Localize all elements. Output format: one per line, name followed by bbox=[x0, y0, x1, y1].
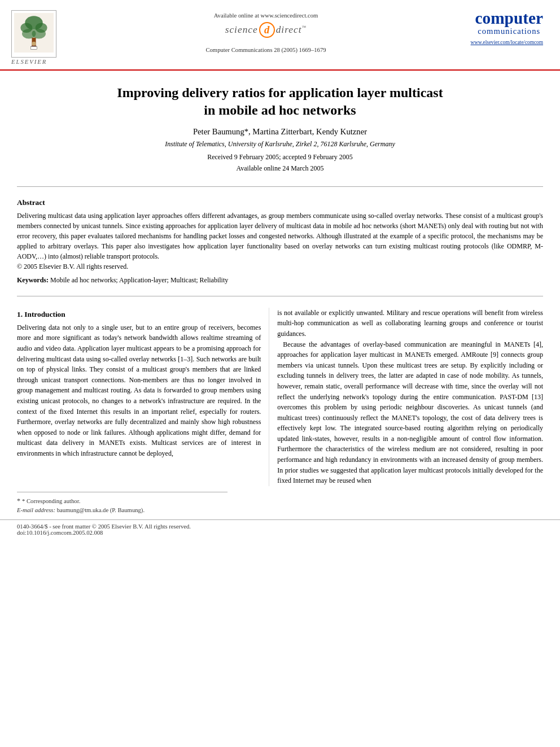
footnote-divider bbox=[17, 492, 228, 492]
body-divider bbox=[17, 296, 543, 296]
body-columns: 1. Introduction Delivering data not only… bbox=[0, 302, 560, 486]
computer-word: computer bbox=[475, 10, 543, 27]
title-line1: Improving delivery ratios for applicatio… bbox=[117, 85, 443, 100]
journal-citation: Computer Communications 28 (2005) 1669–1… bbox=[205, 47, 326, 53]
svg-point-7 bbox=[32, 42, 36, 46]
tm-symbol: ™ bbox=[301, 25, 307, 30]
intro-para3: Because the advantages of overlay-based … bbox=[277, 339, 543, 486]
communications-word: communications bbox=[475, 27, 543, 36]
available-online-text: Available online at www.sciencedirect.co… bbox=[214, 12, 318, 19]
title-divider bbox=[17, 186, 543, 187]
intro-body-left: Delivering data not only to a single use… bbox=[17, 322, 261, 459]
header-center: Available online at www.sciencedirect.co… bbox=[79, 10, 453, 53]
abstract-body: Delivering multicast data using applicat… bbox=[17, 211, 543, 272]
title-line2: in mobile ad hoc networks bbox=[204, 103, 356, 117]
journal-website-link[interactable]: www.elsevier.com/locate/comcom bbox=[471, 40, 543, 45]
header: ELSEVIER Available online at www.science… bbox=[0, 0, 560, 71]
elsevier-label: ELSEVIER bbox=[11, 59, 79, 65]
received-date: Received 9 February 2005; accepted 9 Feb… bbox=[34, 152, 526, 173]
authors: Peter Baumung*, Martina Zitterbart, Kend… bbox=[34, 127, 526, 137]
page: ELSEVIER Available online at www.science… bbox=[0, 0, 560, 747]
sciencedirect-logo: science d direct™ bbox=[225, 22, 307, 38]
corresponding-star: * bbox=[17, 497, 22, 505]
abstract-text-content: Delivering multicast data using applicat… bbox=[17, 212, 543, 260]
elsevier-logo-area: ELSEVIER bbox=[11, 10, 79, 65]
direct-text: direct™ bbox=[276, 24, 307, 36]
abstract-heading: Abstract bbox=[17, 198, 543, 207]
svg-point-5 bbox=[32, 29, 46, 39]
keywords-label: Keywords: bbox=[17, 276, 49, 284]
keywords-text: Mobile ad hoc networks; Application-laye… bbox=[50, 276, 228, 284]
right-column: is not available or explicitly unwanted.… bbox=[269, 308, 543, 486]
elsevier-tree-icon bbox=[14, 13, 54, 53]
issn-text: 0140-3664/$ - see front matter © 2005 El… bbox=[17, 523, 191, 530]
footer-section: * * Corresponding author. E-mail address… bbox=[0, 486, 560, 515]
d-circle-icon: d bbox=[259, 22, 275, 38]
science-text: science bbox=[225, 24, 258, 36]
article-title: Improving delivery ratios for applicatio… bbox=[34, 84, 526, 119]
intro-body-right: is not available or explicitly unwanted.… bbox=[277, 308, 543, 486]
title-section: Improving delivery ratios for applicatio… bbox=[0, 71, 560, 181]
svg-rect-9 bbox=[31, 47, 37, 50]
doi-text: doi:10.1016/j.comcom.2005.02.008 bbox=[17, 530, 103, 536]
corresponding-label: * Corresponding author. bbox=[22, 498, 80, 504]
intro-para1: Delivering data not only to a single use… bbox=[17, 322, 261, 459]
email-label-text: E-mail address: baumung@tm.uka.de (P. Ba… bbox=[17, 507, 145, 513]
bottom-bar: 0140-3664/$ - see front matter © 2005 El… bbox=[0, 519, 560, 539]
abstract-section: Abstract Delivering multicast data using… bbox=[0, 193, 560, 290]
intro-para2: is not available or explicitly unwanted.… bbox=[277, 308, 543, 339]
email-label: E-mail address: bbox=[17, 507, 55, 513]
journal-logo-area: computer communications www.elsevier.com… bbox=[453, 10, 543, 45]
email-value: baumung@tm.uka.de (P. Baumung). bbox=[57, 507, 145, 513]
received-text: Received 9 February 2005; accepted 9 Feb… bbox=[207, 153, 353, 161]
affiliation: Institute of Telematics, University of K… bbox=[34, 140, 526, 148]
copyright-notice: © 2005 Elsevier B.V. All rights reserved… bbox=[17, 263, 128, 270]
direct-label: direct bbox=[276, 24, 302, 35]
keywords-line: Keywords: Mobile ad hoc networks; Applic… bbox=[17, 276, 543, 285]
left-column: 1. Introduction Delivering data not only… bbox=[17, 308, 269, 486]
intro-heading: 1. Introduction bbox=[17, 310, 261, 319]
available-online-date: Available online 24 March 2005 bbox=[236, 164, 323, 172]
footnote-text: * * Corresponding author. E-mail address… bbox=[17, 496, 543, 515]
computer-communications-logo: computer communications bbox=[475, 10, 543, 36]
